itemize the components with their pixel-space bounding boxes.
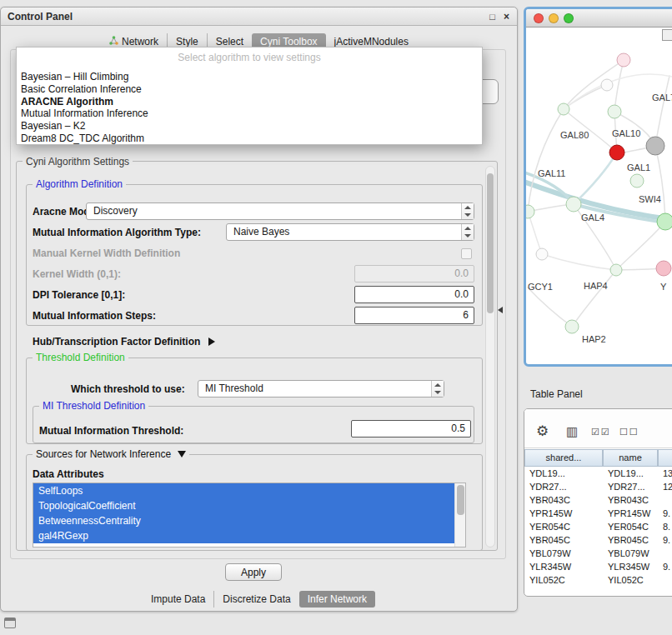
list-scrollbar-thumb[interactable]	[457, 485, 464, 515]
aracne-mode-select[interactable]: Discovery	[86, 202, 474, 220]
node-label: GCY1	[528, 282, 553, 292]
column-header[interactable]: name	[603, 449, 658, 467]
table-cell: YIL052C	[608, 573, 644, 587]
select-all-icon[interactable]: ☑☑	[591, 427, 611, 438]
table-cell: YER054C	[529, 520, 570, 533]
table-row[interactable]: YBL079WYBL079W	[524, 547, 672, 560]
manual-kernel-label: Manual Kernel Width Definition	[33, 248, 180, 259]
algorithm-option[interactable]: Dream8 DC_TDC Algorithm	[17, 132, 482, 145]
table-row[interactable]: YDL19...YDL19...13	[524, 467, 672, 480]
network-edge[interactable]	[564, 85, 607, 109]
float-panel-icon[interactable]: □	[489, 8, 495, 26]
columns-icon[interactable]: ▥	[566, 424, 578, 439]
network-canvas[interactable]: GAL7GAL80GAL10GAL11GAL1SWI4GAL4GCY1HAP4Y…	[526, 28, 672, 364]
algorithm-option[interactable]: Mutual Information Inference	[17, 108, 482, 120]
table-cell: 9.	[663, 560, 670, 573]
network-node[interactable]	[608, 105, 621, 118]
sources-toggle[interactable]: Sources for Network Inference	[33, 448, 189, 460]
which-threshold-select[interactable]: MI Threshold	[198, 380, 444, 398]
table-panel-window: ⚙ ▥ ☑☑ ☐☐ shared...name YDL19...YDL19...…	[524, 408, 672, 597]
table-body: YDL19...YDL19...13YDR27...YDR27...12YBR0…	[524, 467, 672, 596]
attribute-list-item[interactable]: BetweennessCentrality	[33, 513, 465, 528]
hub-definition-label: Hub/Transcription Factor Definition	[33, 336, 200, 348]
mi-threshold-field[interactable]: 0.5	[351, 420, 471, 438]
column-header[interactable]: shared...	[524, 449, 603, 467]
gear-icon[interactable]: ⚙	[536, 422, 549, 440]
tab-discretize-data[interactable]: Discretize Data	[213, 591, 298, 608]
table-row[interactable]: YPR145WYPR145W9.	[524, 507, 672, 520]
table-row[interactable]: YBR045CYBR045C9.	[524, 533, 672, 547]
table-cell: 12	[663, 480, 672, 493]
network-node[interactable]	[601, 79, 613, 91]
hub-definition-toggle[interactable]: Hub/Transcription Factor Definition	[33, 336, 215, 348]
control-panel-titlebar[interactable]: Control Panel □ ×	[1, 8, 517, 26]
table-row[interactable]: YBR043CYBR043C	[524, 493, 672, 507]
table-cell: YLR345W	[608, 560, 649, 573]
network-edge[interactable]	[528, 288, 572, 327]
settings-scrollbar[interactable]	[485, 166, 495, 548]
close-traffic-light-icon[interactable]	[534, 13, 544, 23]
network-node[interactable]	[536, 248, 548, 260]
network-node[interactable]	[558, 103, 569, 115]
zoom-traffic-light-icon[interactable]	[564, 13, 574, 23]
kernel-width-field[interactable]: 0.0	[354, 265, 474, 282]
deselect-all-icon[interactable]: ☐☐	[619, 427, 639, 438]
table-row[interactable]: YIL052CYIL052C	[524, 573, 672, 587]
network-edge[interactable]	[574, 152, 617, 204]
minimized-panel-icon[interactable]	[4, 618, 16, 628]
algorithm-option[interactable]: ARACNE Algorithm	[17, 96, 482, 108]
column-header[interactable]	[658, 449, 672, 467]
table-cell: YIL052C	[529, 573, 565, 587]
mi-threshold-label: Mutual Information Threshold:	[39, 425, 183, 437]
network-node[interactable]	[566, 197, 581, 212]
network-edge[interactable]	[616, 222, 665, 270]
network-node[interactable]	[646, 137, 664, 155]
table-panel-title: Table Panel	[530, 388, 583, 400]
table-row[interactable]: YER054CYER054C8.	[524, 520, 672, 533]
network-node[interactable]	[609, 145, 624, 160]
network-node[interactable]	[630, 174, 644, 188]
network-edge[interactable]	[655, 146, 665, 222]
attribute-list-item[interactable]: gal4RGexp	[33, 528, 465, 543]
mi-type-select[interactable]: Naive Bayes	[226, 223, 474, 241]
minimize-traffic-light-icon[interactable]	[549, 13, 559, 23]
tab-impute-data[interactable]: Impute Data	[143, 591, 213, 608]
mi-steps-label: Mutual Information Steps:	[33, 310, 156, 322]
combo-arrows-icon	[461, 224, 474, 240]
which-threshold-value: MI Threshold	[205, 382, 263, 394]
table-cell: YDL19...	[608, 467, 644, 480]
network-node[interactable]	[656, 261, 671, 276]
algorithm-option[interactable]: Bayesian – K2	[17, 120, 482, 132]
algorithm-option[interactable]: Basic Correlation Inference	[17, 83, 482, 96]
network-edge[interactable]	[655, 76, 669, 146]
close-panel-icon[interactable]: ×	[504, 8, 509, 26]
attribute-list-item[interactable]: TopologicalCoefficient	[33, 498, 465, 513]
tab-infer-network[interactable]: Infer Network	[299, 591, 375, 608]
algorithm-option[interactable]: Bayesian – Hill Climbing	[17, 71, 482, 83]
table-row[interactable]: YDR27...YDR27...12	[524, 480, 672, 493]
panel-collapse-icon[interactable]	[498, 307, 503, 313]
data-attributes-listbox: SelfLoopsTopologicalCoefficientBetweenne…	[33, 482, 466, 548]
mi-steps-field[interactable]: 6	[354, 307, 474, 324]
network-node[interactable]	[565, 320, 579, 333]
node-label: GAL11	[538, 168, 565, 178]
which-threshold-label: Which threshold to use:	[71, 383, 185, 395]
network-node[interactable]	[610, 264, 622, 276]
network-node[interactable]	[526, 205, 534, 218]
network-edge[interactable]	[542, 254, 616, 270]
network-edge[interactable]	[614, 60, 624, 112]
dpi-tolerance-field[interactable]: 0.0	[354, 286, 474, 303]
manual-kernel-checkbox[interactable]	[461, 248, 472, 259]
network-node[interactable]	[657, 213, 672, 230]
birdseye-toggle[interactable]	[662, 29, 672, 41]
table-row[interactable]: YLR345WYLR345W9.	[524, 560, 672, 573]
network-edge[interactable]	[572, 270, 616, 327]
expand-right-icon	[208, 338, 215, 346]
apply-button[interactable]: Apply	[225, 563, 282, 581]
attribute-list-item[interactable]: SelfLoops	[33, 483, 465, 498]
network-node[interactable]	[617, 53, 630, 67]
settings-scrollbar-thumb[interactable]	[487, 173, 494, 313]
network-window-titlebar[interactable]	[526, 9, 672, 28]
sources-title: Sources for Network Inference	[36, 448, 171, 460]
list-scrollbar[interactable]	[454, 483, 465, 547]
